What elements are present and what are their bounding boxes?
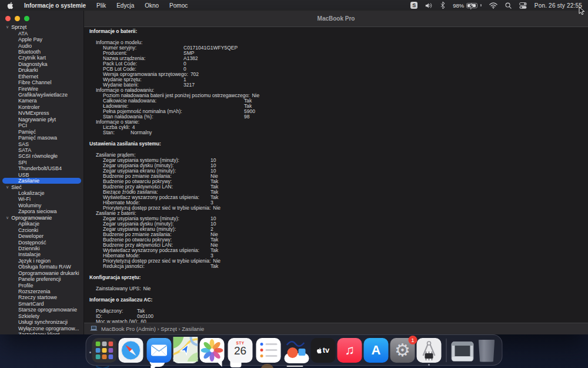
sidebar-item-spi[interactable]: SPI <box>0 160 83 165</box>
info-row-value: 3217 <box>183 82 195 88</box>
mail-icon <box>147 338 172 363</box>
sidebar-item-audio[interactable]: Audio <box>0 42 83 48</box>
dock-item-trash[interactable] <box>476 339 498 362</box>
sidebar-item-ethernet[interactable]: Ethernet <box>0 74 83 79</box>
active-app-name[interactable]: Informacje o systemie <box>24 2 86 9</box>
sidebar-item-kamera[interactable]: Kamera <box>0 98 83 104</box>
volume-icon[interactable] <box>425 2 433 9</box>
sidebar-item-sata[interactable]: SATA <box>0 147 83 153</box>
sidebar-item-label: Bluetooth <box>18 49 41 55</box>
sidebar-item-bluetooth[interactable]: Bluetooth <box>0 49 83 55</box>
sidebar-item-firewire[interactable]: FireWire <box>0 85 83 91</box>
sidebar-item-j-zyk-i-region[interactable]: Język i region <box>0 258 83 264</box>
sidebar-item-zarz-dzany-klient[interactable]: Zarządzany klient <box>0 331 83 334</box>
dock-item-system-settings[interactable]: ⚙ 1 <box>390 338 415 363</box>
sidebar-item-szkielety[interactable]: Szkielety <box>0 313 83 319</box>
sidebar-item-instalacje[interactable]: Instalacje <box>0 251 83 257</box>
sidebar-section-sie[interactable]: ∨Sieć <box>0 184 83 190</box>
info-row: Numer seryjny:C0171041G1WFY5QEP <box>89 45 588 51</box>
sidebar-item-apple-pay[interactable]: Apple Pay <box>0 37 83 42</box>
sidebar-item-diagnostyka[interactable]: Diagnostyka <box>0 61 83 67</box>
sidebar-item-profile[interactable]: Profile <box>0 282 83 288</box>
bluetooth-icon[interactable] <box>440 2 445 9</box>
sidebar-item-panele-preferencji[interactable]: Panele preferencji <box>0 276 83 282</box>
info-row-label: Stan: <box>103 130 131 135</box>
close-button[interactable] <box>5 16 11 21</box>
sidebar-item-obs-uga-formatu-raw[interactable]: Obsługa formatu RAW <box>0 264 83 270</box>
sidebar-item-deweloper[interactable]: Deweloper <box>0 233 83 239</box>
dock-item-music[interactable]: ♫ <box>338 338 362 363</box>
info-row: Poziom naładowania baterii jest poniżej … <box>89 93 588 98</box>
sidebar-item-aplikacje[interactable]: Aplikacje <box>0 221 83 227</box>
sidebar-item-dost-pno[interactable]: Dostępność <box>0 239 83 245</box>
menu-bar-clock[interactable]: Pon. 26 sty 22:55 <box>534 2 582 9</box>
dock-item-maps[interactable] <box>173 337 198 364</box>
screen-tool-icon[interactable]: S <box>410 2 417 9</box>
dock-item-system-information[interactable] <box>417 338 442 363</box>
sidebar-item-label: SPI <box>18 160 27 165</box>
menu-pomoc[interactable]: Pomoc <box>169 2 188 9</box>
sidebar-item-drukarki[interactable]: Drukarki <box>0 67 83 73</box>
menu-plik[interactable]: Plik <box>96 2 106 9</box>
sidebar-item-dzienniki[interactable]: Dzienniki <box>0 246 83 251</box>
dock-item-minimized-window[interactable] <box>452 339 474 362</box>
sidebar-item-czytnik-kart[interactable]: Czytnik kart <box>0 55 83 61</box>
sidebar-item-nvmexpress[interactable]: NVMExpress <box>0 110 83 116</box>
sidebar-item-woluminy[interactable]: Woluminy <box>0 203 83 208</box>
sidebar-item-grafika-wy-wietlacze[interactable]: Grafika/wyświetlacze <box>0 92 83 98</box>
sidebar-item-pci[interactable]: PCI <box>0 122 83 128</box>
sidebar-item-label: Drukarki <box>18 67 38 73</box>
zoom-button[interactable] <box>24 16 29 21</box>
sidebar-item-us-ugi-synchronizacji[interactable]: Usługi synchronizacji <box>0 319 83 325</box>
battery-indicator[interactable]: 98% <box>453 2 482 9</box>
sidebar-item-label: Apple Pay <box>18 37 42 42</box>
sidebar-item-kontroler[interactable]: Kontroler <box>0 104 83 110</box>
sidebar-item-rozszerzenia[interactable]: Rozszerzenia <box>0 289 83 294</box>
sidebar-section-oprogramowanie[interactable]: ∨Oprogramowanie <box>0 215 83 221</box>
sidebar-item-zasilanie[interactable]: Zasilanie <box>2 178 81 184</box>
sidebar-item-label: Audio <box>18 43 32 49</box>
sidebar-item-wy-czone-oprogramow[interactable]: Wyłączone oprogramow... <box>0 325 83 331</box>
sidebar-item-starsze-oprogramowanie[interactable]: Starsze oprogramowanie <box>0 307 83 313</box>
sidebar-item-thunderbolt-usb4[interactable]: Thunderbolt/USB4 <box>0 165 83 171</box>
sidebar-item-zapora-sieciowa[interactable]: Zapora sieciowa <box>0 208 83 214</box>
sidebar-item-oprogramowanie-drukarki[interactable]: Oprogramowanie drukarki <box>0 270 83 276</box>
sidebar-item-sas[interactable]: SAS <box>0 141 83 147</box>
window-main: MacBook Pro Informacje o baterii:Informa… <box>84 11 588 334</box>
dock-item-mail[interactable] <box>147 338 172 363</box>
dock-item-reminders[interactable] <box>256 338 281 363</box>
dock-item-launchpad[interactable] <box>92 338 117 363</box>
sidebar-item-wi-fi[interactable]: Wi-Fi <box>0 196 83 202</box>
search-icon[interactable] <box>505 2 512 9</box>
dock-item-freeform[interactable] <box>285 337 309 364</box>
apple-menu-icon[interactable] <box>7 2 14 9</box>
control-center-icon[interactable] <box>519 2 527 9</box>
music-icon: ♫ <box>338 338 362 363</box>
sidebar-item-pami-masowa[interactable]: Pamięć masowa <box>0 135 83 141</box>
sidebar-item-rzeczy-startowe[interactable]: Rzeczy startowe <box>0 294 83 300</box>
sidebar-item-usb[interactable]: USB <box>0 172 83 178</box>
sidebar-item-fibre-channel[interactable]: Fibre Channel <box>0 79 83 85</box>
minimize-button[interactable] <box>15 16 20 21</box>
sidebar-item-czcionki[interactable]: Czcionki <box>0 227 83 233</box>
menu-edycja[interactable]: Edycja <box>116 2 134 9</box>
wifi-icon[interactable] <box>489 2 497 9</box>
sidebar-item-label: PCI <box>18 122 27 128</box>
window-title: MacBook Pro <box>318 15 355 22</box>
sidebar-item-scsi-r-wnoleg-e[interactable]: SCSI równoległe <box>0 153 83 159</box>
sidebar-item-pami[interactable]: Pamięć <box>0 128 83 134</box>
dock-item-calendar[interactable]: STY 26 <box>228 338 253 363</box>
dock-item-tv[interactable]: tv <box>311 338 336 363</box>
sidebar-item-lokalizacje[interactable]: Lokalizacje <box>0 190 83 196</box>
window-title-bar[interactable]: MacBook Pro <box>84 11 588 27</box>
sidebar-item-label: Profile <box>18 283 34 289</box>
sidebar-item-smartcard[interactable]: SmartCard <box>0 301 83 307</box>
sidebar-section-sprz-t[interactable]: ∨Sprzęt <box>0 24 83 30</box>
menu-okno[interactable]: Okno <box>145 2 159 9</box>
sidebar-item-nagrywanie-p-yt[interactable]: Nagrywanie płyt <box>0 117 83 122</box>
dock-item-app-store[interactable]: A <box>364 338 389 363</box>
sidebar-item-ata[interactable]: ATA <box>0 30 83 36</box>
chevron-down-icon: ∨ <box>6 25 9 29</box>
dock-item-safari[interactable] <box>119 338 143 363</box>
info-row: Wydanie sprzętu:1 <box>89 77 588 82</box>
